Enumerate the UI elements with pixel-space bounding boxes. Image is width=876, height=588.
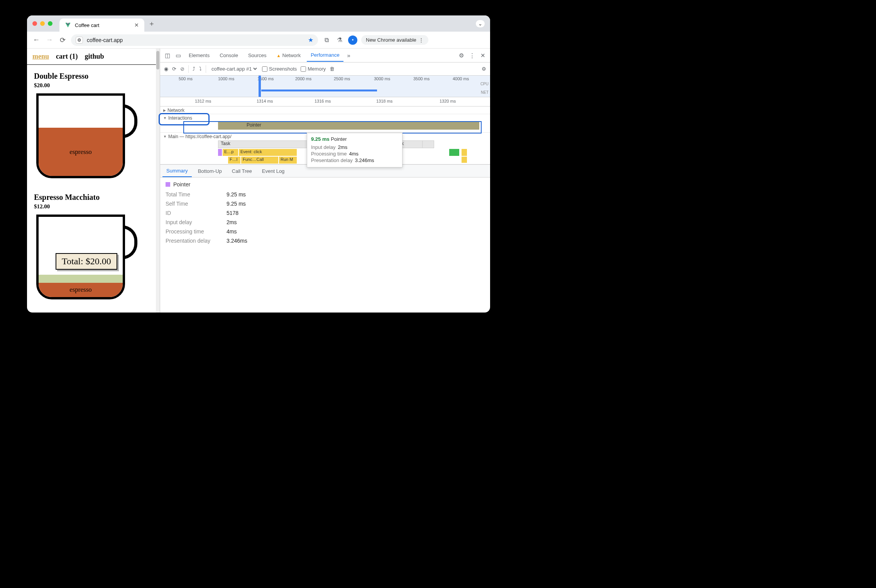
tab-title: Coffee cart — [75, 22, 99, 28]
interaction-tooltip: 9.25 ms Pointer Input delay2ms Processin… — [307, 133, 402, 167]
segment[interactable]: Event: click — [239, 149, 297, 156]
kebab-icon: ⋮ — [419, 37, 424, 43]
maximize-window-icon[interactable] — [48, 21, 52, 26]
segment[interactable]: E…p — [223, 149, 238, 156]
color-swatch — [166, 182, 170, 187]
settings-gear-icon[interactable]: ⚙ — [457, 52, 465, 59]
upload-icon[interactable]: ⤴ — [193, 66, 195, 72]
cup-fill: espresso — [39, 283, 123, 297]
address-bar[interactable]: ⚙ coffee-cart.app ★ — [71, 34, 318, 46]
tab-network[interactable]: Network — [273, 49, 305, 61]
track-interactions[interactable]: ▼Interactions — [160, 114, 210, 122]
labs-icon[interactable]: ⚗ — [335, 36, 344, 44]
reload-record-icon[interactable]: ⟳ — [172, 66, 176, 72]
perf-settings-icon[interactable]: ⚙ — [482, 66, 486, 72]
site-settings-icon[interactable]: ⚙ — [76, 37, 83, 44]
cup-icon[interactable]: espresso — [36, 93, 133, 178]
page-content: menu cart (1) github Double Espresso $20… — [27, 49, 160, 313]
back-button[interactable]: ← — [32, 36, 41, 44]
product-price: $12.00 — [34, 203, 153, 210]
forward-button[interactable]: → — [45, 36, 54, 44]
device-toggle-icon[interactable]: ▭ — [174, 52, 183, 59]
performance-toolbar: ◉ ⟳ ⊘ ⤴ ⤵ coffee-cart.app #1 Screenshots… — [160, 63, 490, 76]
nav-cart[interactable]: cart (1) — [56, 52, 78, 61]
tab-bottom-up[interactable]: Bottom-Up — [194, 166, 226, 177]
kebab-icon[interactable]: ⋮ — [468, 52, 477, 59]
segment[interactable]: Run M — [279, 157, 297, 164]
bookmark-star-icon[interactable]: ★ — [308, 36, 313, 44]
segment[interactable]: F…l — [228, 157, 240, 164]
track-network[interactable]: ▶Network — [160, 106, 490, 114]
tab-summary[interactable]: Summary — [162, 165, 192, 177]
close-devtools-icon[interactable]: ✕ — [479, 52, 487, 59]
product-espresso-macchiato: Espresso Macchiato $12.00 espresso Total… — [27, 186, 160, 288]
devtools-panel: ◫ ▭ Elements Console Sources Network Per… — [160, 49, 490, 313]
segment[interactable] — [218, 149, 222, 156]
timeline-overview[interactable]: 500 ms 1000 ms 1500 ms 2000 ms 2500 ms 3… — [160, 76, 490, 97]
devtools-tabs: ◫ ▭ Elements Console Sources Network Per… — [160, 49, 490, 63]
gc-icon[interactable]: 🗑 — [330, 66, 335, 72]
screenshots-checkbox[interactable]: Screenshots — [262, 66, 297, 72]
interaction-span[interactable]: Pointer — [218, 122, 479, 130]
clear-icon[interactable]: ⊘ — [180, 66, 184, 72]
titlebar: Coffee cart ✕ ＋ ⌄ — [27, 15, 490, 32]
update-chip[interactable]: New Chrome available ⋮ — [361, 35, 428, 45]
more-tabs-icon[interactable]: » — [346, 52, 352, 59]
summary-panel: Pointer Total Time9.25 ms Self Time9.25 … — [160, 177, 490, 251]
browser-window: Coffee cart ✕ ＋ ⌄ ← → ⟳ ⚙ coffee-cart.ap… — [27, 15, 490, 313]
download-icon[interactable]: ⤵ — [199, 66, 202, 72]
traffic-lights — [32, 21, 52, 26]
product-double-espresso: Double Espresso $20.00 espresso — [27, 65, 160, 186]
product-price: $20.00 — [34, 82, 153, 89]
tab-console[interactable]: Console — [216, 49, 242, 61]
cup-fill: espresso — [39, 128, 123, 176]
tab-performance[interactable]: Performance — [307, 49, 343, 62]
product-title: Espresso Macchiato — [34, 193, 153, 202]
tab-elements[interactable]: Elements — [185, 49, 213, 61]
minimize-window-icon[interactable] — [40, 21, 45, 26]
tab-call-tree[interactable]: Call Tree — [228, 166, 256, 177]
nav-menu[interactable]: menu — [32, 52, 49, 61]
cart-total[interactable]: Total: $20.00 — [56, 253, 117, 270]
page-scrollbar[interactable] — [156, 49, 160, 313]
extensions-icon[interactable]: ⧉ — [322, 37, 331, 44]
inspect-icon[interactable]: ◫ — [163, 52, 172, 59]
nav-github[interactable]: github — [85, 52, 104, 61]
flamechart[interactable]: ▶Network ▼Interactions Pointer ▼ — [160, 106, 490, 164]
profile-avatar[interactable]: • — [348, 35, 357, 45]
tab-event-log[interactable]: Event Log — [258, 166, 289, 177]
product-title: Double Espresso — [34, 72, 153, 81]
segment[interactable]: Func…Call — [241, 157, 278, 164]
vue-icon — [65, 22, 71, 28]
record-icon[interactable]: ◉ — [164, 66, 168, 72]
browser-tab[interactable]: Coffee cart ✕ — [59, 19, 144, 32]
tab-overflow-icon[interactable]: ⌄ — [476, 20, 485, 27]
close-tab-icon[interactable]: ✕ — [134, 22, 139, 28]
close-window-icon[interactable] — [32, 21, 37, 26]
cup-icon[interactable]: espresso Total: $20.00 — [36, 215, 133, 280]
tab-sources[interactable]: Sources — [244, 49, 271, 61]
memory-checkbox[interactable]: Memory — [301, 66, 326, 72]
timeline-ruler: 1312 ms 1314 ms 1316 ms 1318 ms 1320 ms — [160, 97, 490, 106]
browser-toolbar: ← → ⟳ ⚙ coffee-cart.app ★ ⧉ ⚗ • New Chro… — [27, 32, 490, 49]
new-tab-button[interactable]: ＋ — [148, 19, 155, 28]
url-text: coffee-cart.app — [87, 37, 123, 43]
page-nav: menu cart (1) github — [27, 49, 160, 65]
recording-select[interactable]: coffee-cart.app #1 — [210, 66, 258, 72]
reload-button[interactable]: ⟳ — [58, 36, 67, 44]
